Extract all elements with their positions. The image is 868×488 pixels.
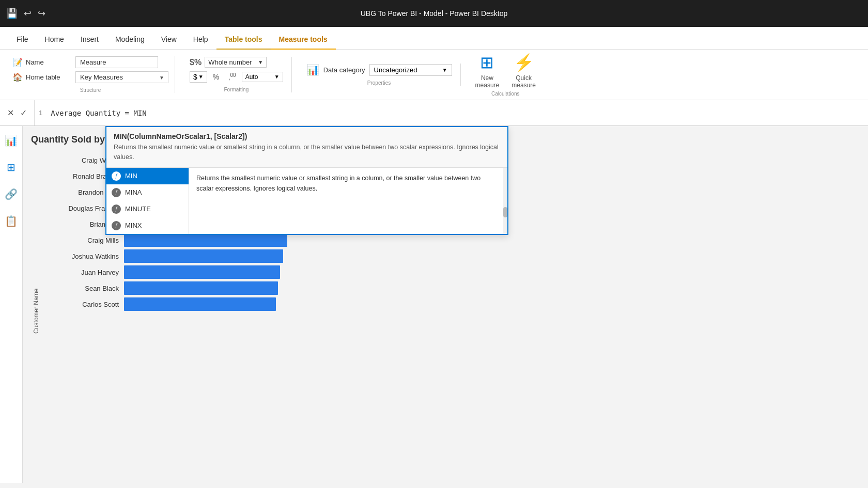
- bar-row: Juan Harvey: [41, 265, 860, 279]
- autocomplete-detail: Returns the smallest numeric value or sm…: [189, 168, 503, 234]
- tab-table-tools[interactable]: Table tools: [216, 30, 271, 50]
- main-area: 📊 ⊞ 🔗 📋 Quantity Sold by Custom... Custo…: [0, 126, 868, 483]
- autocomplete-body: f MIN f MINA f MINUTE f MINX: [106, 168, 507, 234]
- autocomplete-item-MINX[interactable]: f MINX: [106, 217, 189, 234]
- undo-button[interactable]: ↩: [24, 8, 32, 19]
- bar-row: Joshua Watkins: [41, 249, 860, 263]
- calculations-section: ⊞ New measure ⚡ Quick measure Calculatio…: [467, 53, 544, 97]
- tab-insert[interactable]: Insert: [72, 30, 107, 50]
- home-table-row: 🏠 Home table Key Measures Sales Products…: [12, 71, 168, 83]
- save-button[interactable]: 💾: [6, 8, 18, 19]
- bar-row: Sean Black: [41, 281, 860, 295]
- report-view-icon[interactable]: 📊: [3, 132, 20, 149]
- func-icon-MINA: f: [112, 188, 121, 197]
- bar-label: Joshua Watkins: [41, 253, 119, 260]
- func-icon-MINUTE: f: [112, 204, 121, 214]
- model-view-icon[interactable]: 🔗: [3, 186, 20, 202]
- bar-row: Carlos Scott: [41, 297, 860, 311]
- tab-home[interactable]: Home: [37, 30, 72, 50]
- left-sidebar: 📊 ⊞ 🔗 📋: [0, 126, 23, 483]
- dollar-chevron-icon: ▼: [198, 74, 204, 80]
- func-icon-MIN: f: [112, 171, 121, 181]
- tab-file[interactable]: File: [8, 30, 37, 50]
- new-measure-icon: ⊞: [480, 53, 494, 72]
- name-input[interactable]: [75, 56, 158, 68]
- data-category-icon: 📊: [306, 64, 319, 76]
- currency-format-icon: $%: [190, 58, 202, 67]
- new-measure-label: New measure: [475, 74, 500, 89]
- bar-label: Craig Mills: [41, 237, 119, 244]
- tab-view[interactable]: View: [153, 30, 185, 50]
- formula-bar: ✕ ✓ 1: [0, 100, 868, 126]
- bar-label: Sean Black: [41, 285, 119, 292]
- tab-measure-tools[interactable]: Measure tools: [271, 30, 336, 50]
- title-bar-controls: 💾 ↩ ↪: [6, 8, 45, 19]
- ribbon-content: 📝 Name 🏠 Home table Key Measures Sales P…: [0, 50, 868, 100]
- data-category-dropdown[interactable]: Uncategorized ▼: [369, 64, 452, 76]
- home-table-label: Home table: [26, 73, 72, 81]
- quick-measure-icon: ⚡: [514, 53, 534, 72]
- format-chevron-icon: ▼: [258, 59, 263, 65]
- format-type-label: Whole number: [208, 58, 252, 66]
- bar-fill: [124, 233, 287, 247]
- autocomplete-signature: MIN(ColumnNameOrScalar1, [Scalar2]): [114, 132, 500, 140]
- properties-section: 📊 Data category Uncategorized ▼ Properti…: [298, 64, 461, 86]
- bar-row: Craig Mills: [41, 233, 860, 247]
- comma-button[interactable]: ,00: [225, 71, 239, 83]
- data-category-label: Data category: [323, 66, 365, 74]
- format-row1: $% Whole number ▼: [190, 57, 283, 68]
- autocomplete-item-MINA[interactable]: f MINA: [106, 184, 189, 201]
- dollar-icon: $: [193, 73, 197, 81]
- formatting-label: Formatting: [190, 87, 283, 92]
- structure-section: 📝 Name 🏠 Home table Key Measures Sales P…: [6, 56, 175, 93]
- tab-help[interactable]: Help: [185, 30, 216, 50]
- title-bar-left: 💾 ↩ ↪: [6, 8, 45, 19]
- home-table-icon: 🏠: [12, 72, 23, 82]
- autocomplete-list: f MIN f MINA f MINUTE f MINX: [106, 168, 189, 234]
- calc-buttons-row: ⊞ New measure ⚡ Quick measure: [475, 53, 536, 89]
- dollar-button[interactable]: $ ▼: [190, 71, 207, 83]
- bar-fill: [124, 265, 280, 279]
- data-category-value: Uncategorized: [374, 66, 417, 74]
- autocomplete-item-MINUTE[interactable]: f MINUTE: [106, 201, 189, 217]
- quick-measure-button[interactable]: ⚡ Quick measure: [512, 53, 536, 89]
- formula-cancel-button[interactable]: ✕: [6, 107, 15, 119]
- calculations-label: Calculations: [475, 91, 536, 97]
- home-table-dropdown[interactable]: Key Measures Sales Products: [75, 71, 168, 83]
- formula-bar-controls: ✕ ✓: [0, 100, 35, 125]
- structure-label: Structure: [12, 87, 168, 93]
- dax-query-icon[interactable]: 📋: [3, 213, 20, 229]
- autocomplete-scrollbar[interactable]: [503, 168, 507, 234]
- formula-confirm-button[interactable]: ✓: [19, 107, 28, 119]
- data-category-chevron-icon: ▼: [442, 67, 447, 73]
- auto-dropdown[interactable]: Auto ▼: [242, 72, 283, 82]
- chart-area: Quantity Sold by Custom... Customer Name…: [23, 126, 868, 483]
- tab-modeling[interactable]: Modeling: [107, 30, 153, 50]
- name-label: Name: [26, 58, 72, 66]
- auto-label: Auto: [245, 73, 258, 81]
- format-row2: $ ▼ % ,00 Auto ▼: [190, 71, 283, 83]
- app-title: UBG To Power BI - Model - Power BI Deskt…: [361, 9, 508, 18]
- formula-input[interactable]: [47, 100, 868, 125]
- bar-fill: [124, 281, 278, 295]
- home-table-dropdown-wrapper: Key Measures Sales Products ▼: [75, 71, 168, 83]
- auto-chevron-icon: ▼: [274, 74, 280, 80]
- format-type-dropdown[interactable]: Whole number ▼: [205, 57, 267, 68]
- autocomplete-header: MIN(ColumnNameOrScalar1, [Scalar2]) Retu…: [106, 127, 507, 168]
- quick-measure-label: Quick measure: [512, 74, 536, 89]
- bar-fill: [124, 297, 276, 311]
- autocomplete-item-MIN[interactable]: f MIN: [106, 168, 189, 184]
- autocomplete-scroll-thumb: [503, 207, 507, 217]
- data-category-row: 📊 Data category Uncategorized ▼: [306, 64, 452, 76]
- bar-fill: [124, 249, 283, 263]
- redo-button[interactable]: ↪: [38, 8, 45, 19]
- percent-button[interactable]: %: [209, 71, 223, 83]
- y-axis-label: Customer Name: [31, 151, 41, 471]
- autocomplete-item-label-MINA: MINA: [125, 188, 142, 196]
- title-bar: 💾 ↩ ↪ UBG To Power BI - Model - Power BI…: [0, 0, 868, 27]
- new-measure-button[interactable]: ⊞ New measure: [475, 53, 500, 89]
- formula-line-number: 1: [35, 100, 47, 125]
- formatting-section: $% Whole number ▼ $ ▼ % ,00 Auto ▼ Forma…: [181, 57, 292, 92]
- autocomplete-item-label-MINX: MINX: [125, 222, 142, 229]
- data-view-icon[interactable]: ⊞: [5, 159, 18, 176]
